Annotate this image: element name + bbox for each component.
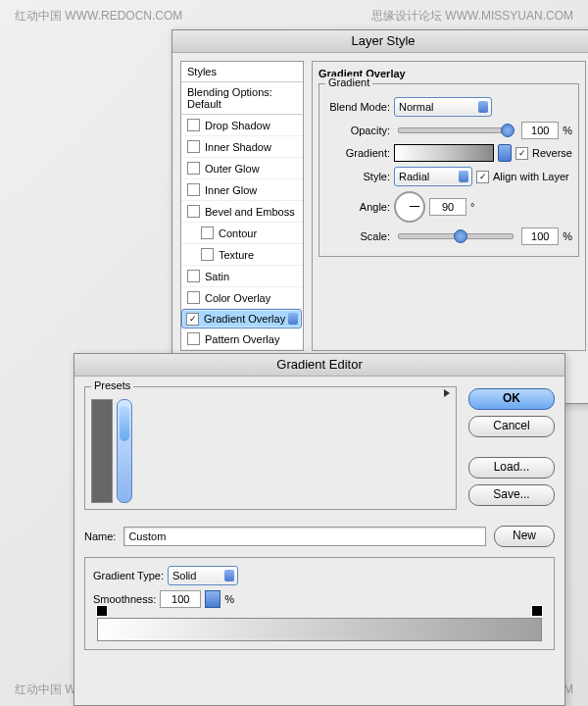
gradient-stop-left[interactable] xyxy=(96,605,108,617)
style-item-bevel-and-emboss[interactable]: Bevel and Emboss xyxy=(181,201,303,223)
style-label: Texture xyxy=(219,249,254,261)
angle-label: Angle: xyxy=(325,201,390,213)
style-checkbox[interactable] xyxy=(187,183,200,196)
style-label: Gradient Overlay xyxy=(204,313,285,325)
style-checkbox[interactable] xyxy=(186,313,199,326)
style-label: Inner Glow xyxy=(205,184,257,196)
style-item-inner-shadow[interactable]: Inner Shadow xyxy=(181,136,303,158)
style-item-pattern-overlay[interactable]: Pattern Overlay xyxy=(181,328,303,350)
scale-value[interactable]: 100 xyxy=(521,227,559,245)
style-label: Style: xyxy=(325,171,390,182)
style-checkbox[interactable] xyxy=(201,227,214,239)
style-label: Color Overlay xyxy=(205,292,270,304)
styles-header[interactable]: Styles xyxy=(181,62,303,82)
name-label: Name: xyxy=(84,530,116,542)
angle-value[interactable]: 90 xyxy=(429,198,466,216)
align-label: Align with Layer xyxy=(493,171,569,182)
style-item-color-overlay[interactable]: Color Overlay xyxy=(181,287,303,309)
opacity-value[interactable]: 100 xyxy=(521,122,559,139)
style-label: Satin xyxy=(205,271,229,282)
angle-suffix: ° xyxy=(470,201,474,213)
style-label: Pattern Overlay xyxy=(205,333,279,345)
style-checkbox[interactable] xyxy=(187,205,200,218)
style-label: Bevel and Emboss xyxy=(205,206,295,218)
style-checkbox[interactable] xyxy=(187,291,200,304)
style-item-gradient-overlay[interactable]: Gradient Overlay xyxy=(181,309,302,328)
watermark-tr: 思缘设计论坛 WWW.MISSYUAN.COM xyxy=(371,8,573,25)
save-button[interactable]: Save... xyxy=(468,484,555,506)
gradient-editor-title: Gradient Editor xyxy=(74,354,564,377)
blending-options-header[interactable]: Blending Options: Default xyxy=(181,82,303,115)
style-checkbox[interactable] xyxy=(187,332,200,345)
preset-swatch[interactable] xyxy=(110,477,112,502)
style-select[interactable]: Radial xyxy=(394,167,472,186)
scale-suffix: % xyxy=(563,230,572,242)
preset-swatch[interactable] xyxy=(110,451,112,477)
layer-style-window: Layer Style Styles Blending Options: Def… xyxy=(172,29,588,404)
smoothness-suffix: % xyxy=(224,593,234,605)
angle-dial[interactable] xyxy=(394,191,425,223)
watermark-tl: 红动中国 WWW.REDOCN.COM xyxy=(15,8,182,25)
style-checkbox[interactable] xyxy=(187,162,200,175)
preset-swatch[interactable] xyxy=(110,426,112,451)
cancel-button[interactable]: Cancel xyxy=(468,416,555,437)
presets-menu-icon[interactable] xyxy=(444,389,450,397)
gradient-type-select[interactable]: Solid xyxy=(168,566,238,585)
style-item-inner-glow[interactable]: Inner Glow xyxy=(181,179,303,201)
styles-list: Styles Blending Options: Default Drop Sh… xyxy=(180,61,304,351)
opacity-label: Opacity: xyxy=(325,125,390,136)
reverse-checkbox[interactable] xyxy=(515,147,528,160)
style-checkbox[interactable] xyxy=(187,270,200,282)
gradient-overlay-panel: Gradient Overlay Gradient Blend Mode: No… xyxy=(312,61,586,351)
opacity-slider[interactable] xyxy=(398,127,514,133)
style-item-contour[interactable]: Contour xyxy=(181,223,303,244)
style-label: Inner Shadow xyxy=(205,141,271,153)
style-label: Outer Glow xyxy=(205,163,260,175)
style-item-texture[interactable]: Texture xyxy=(181,244,303,266)
gradient-type-box: Gradient Type: Solid Smoothness: 100 % xyxy=(84,557,555,650)
style-item-outer-glow[interactable]: Outer Glow xyxy=(181,158,303,179)
blend-mode-label: Blend Mode: xyxy=(325,101,390,113)
gradient-editor-window: Gradient Editor Presets OK Cancel Load..… xyxy=(74,353,565,706)
align-checkbox[interactable] xyxy=(476,171,489,183)
presets-label: Presets xyxy=(91,379,133,391)
name-input[interactable]: Custom xyxy=(123,527,486,546)
style-label: Contour xyxy=(219,227,257,239)
style-checkbox[interactable] xyxy=(201,248,214,261)
presets-panel: Presets xyxy=(84,386,457,510)
style-checkbox[interactable] xyxy=(187,140,200,153)
smoothness-label: Smoothness: xyxy=(93,593,156,605)
new-button[interactable]: New xyxy=(494,526,555,547)
scale-slider[interactable] xyxy=(398,233,514,239)
style-item-drop-shadow[interactable]: Drop Shadow xyxy=(181,115,303,136)
smoothness-value[interactable]: 100 xyxy=(160,590,201,608)
ok-button[interactable]: OK xyxy=(468,388,555,410)
reverse-label: Reverse xyxy=(532,147,572,159)
smoothness-dropdown-icon[interactable] xyxy=(205,590,220,608)
gradient-type-label: Gradient Type: xyxy=(93,570,164,581)
gradient-label: Gradient: xyxy=(325,147,390,159)
load-button[interactable]: Load... xyxy=(468,457,555,479)
style-checkbox[interactable] xyxy=(187,119,200,131)
presets-scrollbar[interactable] xyxy=(117,399,132,503)
gradient-swatch[interactable] xyxy=(394,144,494,162)
style-label: Drop Shadow xyxy=(205,120,270,131)
opacity-suffix: % xyxy=(563,125,572,136)
preset-swatch[interactable] xyxy=(110,400,112,426)
style-item-satin[interactable]: Satin xyxy=(181,266,303,287)
gradient-bar[interactable] xyxy=(97,618,542,641)
gradient-stop-right[interactable] xyxy=(531,605,543,617)
gradient-fieldset-label: Gradient xyxy=(325,76,372,88)
scale-label: Scale: xyxy=(325,230,390,242)
blend-mode-select[interactable]: Normal xyxy=(394,97,492,117)
layer-style-title: Layer Style xyxy=(172,30,588,53)
preset-swatches xyxy=(91,399,113,503)
gradient-dropdown-icon[interactable] xyxy=(498,144,512,162)
